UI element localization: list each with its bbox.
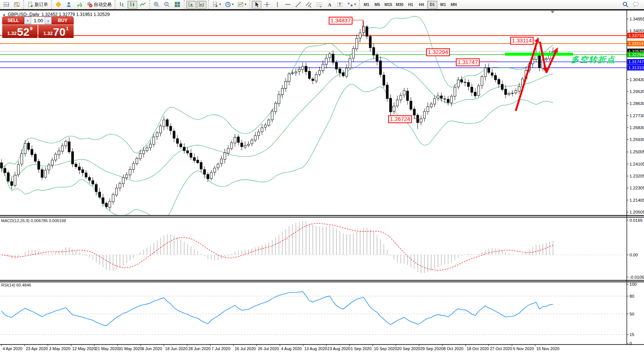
axis-tick-label: 1.24105: [629, 162, 644, 166]
timeframe-m1-label: M1: [364, 2, 369, 7]
price-badge-label: 1.33114: [628, 41, 644, 46]
timeframe-m5[interactable]: M5: [372, 1, 382, 9]
caret-down-icon: ▾: [245, 3, 246, 6]
sell-button[interactable]: SELL: [2, 16, 24, 25]
timeframe-d1-label: D1: [430, 2, 435, 7]
trendline-button[interactable]: [293, 1, 303, 9]
clock-icon: [225, 1, 231, 8]
time-axis[interactable]: 4 Apr 202023 Apr 20203 May 202012 May 20…: [1, 344, 560, 351]
line-chart-button[interactable]: [138, 1, 148, 9]
new-chart-button[interactable]: [1, 1, 11, 9]
tile-windows-button[interactable]: [173, 1, 182, 9]
zoom-in-button[interactable]: [152, 1, 161, 9]
candle-chart-button[interactable]: [128, 1, 137, 9]
arrows-button[interactable]: ▾: [345, 1, 357, 9]
timeframe-m15[interactable]: M15: [383, 1, 393, 9]
price-badge-label: 1.32294: [628, 52, 644, 57]
price-callout[interactable]: 1.31747: [456, 58, 480, 66]
axis-tick-label: 1.26830: [629, 125, 644, 130]
timeframe-m30[interactable]: M30: [395, 1, 405, 9]
axis-tick-label: 1.27730: [629, 113, 644, 118]
one-click-trade-panel: SELL ▼ ▲ BUY 1.32 52 9 1.32 70 1: [2, 16, 74, 38]
price-callout[interactable]: 1.33114: [510, 37, 534, 45]
support-zone-bar[interactable]: [505, 53, 573, 56]
chart-shift-marker[interactable]: [551, 11, 554, 13]
date-label: 8 Oct 2020: [444, 346, 464, 351]
axis-tick-label: 1.30430: [629, 77, 644, 82]
collapse-panel-icon[interactable]: ▲: [3, 13, 6, 16]
axis-tick-label: 1.20505: [629, 210, 644, 214]
horizontal-line-button[interactable]: [283, 1, 293, 9]
templates-button[interactable]: ▾: [236, 1, 248, 9]
price-callout[interactable]: 1.32294: [426, 48, 450, 56]
autotrading-button[interactable]: 自动交易: [85, 1, 113, 9]
axis-tick-label: 1.34055: [629, 29, 644, 33]
toolbar-group-insert: ▾▾▾: [208, 0, 249, 9]
buy-price-button[interactable]: 1.32 70 1: [38, 25, 74, 38]
toolbar-group-chart-type: [115, 0, 149, 9]
volume-up-button[interactable]: ▲: [45, 17, 52, 24]
periods-button[interactable]: ▾: [223, 1, 235, 9]
channel-button[interactable]: E: [304, 1, 313, 9]
indicators-button[interactable]: ▾: [210, 1, 222, 9]
label-button[interactable]: T: [335, 1, 345, 9]
timeframe-h1[interactable]: H1: [406, 1, 416, 9]
volume-spinner: ▼ ▲: [24, 16, 52, 25]
price-axis[interactable]: 1.349551.340551.304301.295301.286301.277…: [627, 17, 644, 346]
zoom-out-button[interactable]: [162, 1, 172, 9]
community-button[interactable]: [64, 1, 74, 9]
sell-price-button[interactable]: 1.32 52 9: [2, 25, 38, 38]
timeframe-mn[interactable]: MN: [449, 1, 459, 9]
trendline-icon: [295, 1, 302, 8]
line-chart-icon: [139, 1, 146, 8]
community-icon: [65, 1, 72, 8]
turning-point-note[interactable]: 多空转折点: [571, 54, 616, 65]
zoom-in-icon: [153, 1, 160, 8]
buy-price-sup: 1: [66, 26, 68, 31]
toolbar-group-services: 自动交易: [51, 0, 115, 9]
chat-button[interactable]: [631, 1, 641, 9]
crosshair-button[interactable]: [262, 1, 272, 9]
bar-chart-icon: [119, 1, 125, 8]
fibonacci-icon: F: [316, 1, 322, 8]
profiles-button[interactable]: [12, 1, 22, 9]
chart-shift-button[interactable]: [197, 1, 206, 9]
text-button[interactable]: A: [325, 1, 334, 9]
fibonacci-button[interactable]: F: [314, 1, 324, 9]
metaeditor-button[interactable]: [54, 1, 63, 9]
sell-price-prefix: 1.32: [7, 31, 17, 36]
caret-down-icon: ▾: [354, 3, 356, 6]
indicators-icon: [212, 1, 219, 8]
caret-down-icon: ▾: [219, 3, 221, 6]
search-button[interactable]: [621, 1, 630, 9]
date-label: 21 May 2020: [96, 346, 119, 351]
volume-input[interactable]: [31, 17, 45, 24]
timeframe-d1[interactable]: D1: [427, 1, 437, 9]
volume-up-icon: ▲: [47, 19, 49, 22]
trade-panel-top-row: SELL ▼ ▲ BUY: [2, 16, 74, 25]
signals-button[interactable]: [74, 1, 84, 9]
timeframe-w1[interactable]: W1: [438, 1, 448, 9]
new-order-button[interactable]: 新订单: [26, 1, 49, 9]
svg-text:T: T: [339, 3, 341, 7]
timeframe-h4[interactable]: H4: [416, 1, 426, 9]
timeframe-m30-label: M30: [396, 2, 403, 7]
date-label: 26 Jul 2020: [258, 346, 279, 351]
timeframe-m1[interactable]: M1: [361, 1, 371, 9]
editor-icon: [55, 1, 62, 8]
cursor-button[interactable]: [252, 1, 261, 9]
volume-down-button[interactable]: ▼: [24, 17, 31, 24]
auto-scroll-button[interactable]: [186, 1, 196, 9]
new-chart-icon: [3, 1, 10, 8]
svg-text:E: E: [310, 6, 311, 8]
date-label: 9 Jun 2020: [142, 346, 162, 351]
price-callout[interactable]: 1.34837: [329, 17, 352, 25]
rsi-tick-label: 50: [629, 312, 634, 316]
chart-shift-icon: [198, 1, 205, 8]
vertical-line-button[interactable]: [273, 1, 282, 9]
buy-button[interactable]: BUY: [52, 16, 74, 25]
date-label: 29 Sep 2020: [420, 346, 443, 351]
price-callout[interactable]: 1.26724: [388, 115, 412, 123]
vertical-line-icon: [274, 1, 281, 8]
bar-chart-button[interactable]: [117, 1, 127, 9]
